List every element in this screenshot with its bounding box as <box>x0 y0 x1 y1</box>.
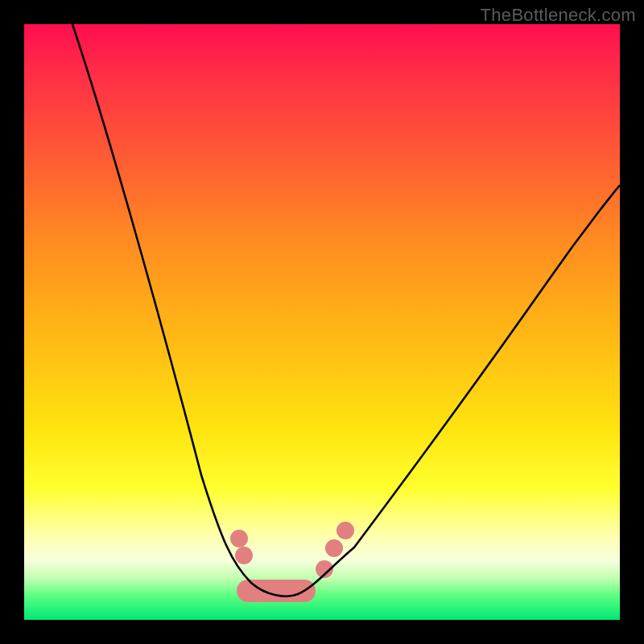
watermark-text: TheBottleneck.com <box>481 5 636 26</box>
curve-path <box>72 24 620 597</box>
chart-frame: TheBottleneck.com <box>0 0 644 644</box>
bottleneck-curve <box>24 24 620 620</box>
plot-area <box>24 24 620 620</box>
